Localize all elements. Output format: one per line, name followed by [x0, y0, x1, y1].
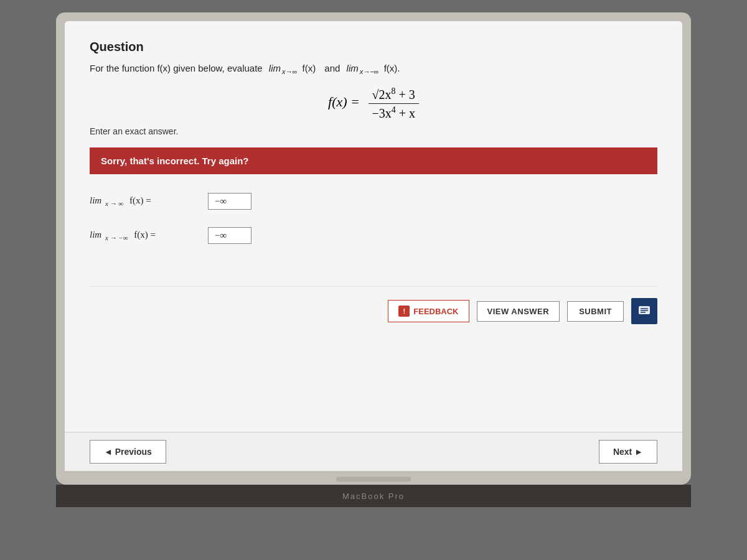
chat-icon-button[interactable] [631, 298, 657, 324]
submit-button[interactable]: SUBMIT [567, 301, 624, 322]
answer-row-1: lim x → ∞ f(x) = −∞ [90, 193, 657, 210]
question-text: For the function f(x) given below, evalu… [90, 63, 657, 75]
chat-icon [637, 304, 651, 318]
macbook-label: MacBook Pro [342, 492, 405, 501]
answer-row-2: lim x → −∞ f(x) = −∞ [90, 227, 657, 244]
error-banner: Sorry, that's incorrect. Try again? [90, 147, 657, 174]
view-answer-button[interactable]: VIEW ANSWER [477, 301, 560, 322]
exact-answer-label: Enter an exact answer. [90, 126, 657, 136]
feedback-button[interactable]: ! FEEDBACK [388, 300, 469, 322]
answer1-label: lim x → ∞ f(x) = [90, 195, 202, 207]
answer2-input[interactable]: −∞ [208, 227, 251, 244]
answer2-label: lim x → −∞ f(x) = [90, 230, 202, 241]
previous-button[interactable]: ◄ Previous [90, 440, 166, 464]
feedback-icon: ! [398, 306, 410, 317]
action-bar: ! FEEDBACK VIEW ANSWER SUBMIT [90, 286, 657, 330]
screen: Question For the function f(x) given bel… [65, 21, 682, 471]
answer1-input[interactable]: −∞ [208, 193, 251, 210]
function-display: f(x) = √2x8 + 3 −3x4 + x [90, 86, 657, 120]
question-title: Question [90, 40, 657, 54]
next-button[interactable]: Next ► [599, 440, 657, 464]
navigation-bar: ◄ Previous Next ► [65, 432, 682, 471]
answers-section: lim x → ∞ f(x) = −∞ lim x → −∞ f(x) = [90, 174, 657, 268]
function-fraction: √2x8 + 3 −3x4 + x [368, 86, 419, 120]
